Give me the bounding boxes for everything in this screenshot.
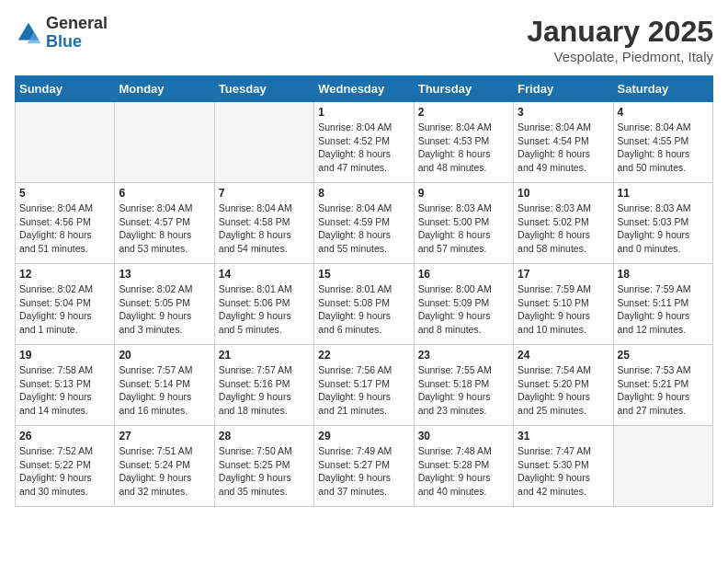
- day-info: Sunrise: 8:04 AM Sunset: 4:53 PM Dayligh…: [418, 121, 509, 175]
- day-number: 27: [119, 430, 210, 442]
- day-number: 24: [518, 349, 609, 362]
- day-number: 3: [518, 106, 609, 119]
- weekday-tuesday: Tuesday: [214, 76, 313, 102]
- calendar-cell: 5Sunrise: 8:04 AM Sunset: 4:56 PM Daylig…: [16, 183, 115, 264]
- calendar-cell: 11Sunrise: 8:03 AM Sunset: 5:03 PM Dayli…: [613, 183, 712, 264]
- day-info: Sunrise: 8:04 AM Sunset: 4:52 PM Dayligh…: [318, 121, 409, 175]
- day-info: Sunrise: 8:02 AM Sunset: 5:04 PM Dayligh…: [19, 282, 110, 337]
- calendar-cell: 21Sunrise: 7:57 AM Sunset: 5:16 PM Dayli…: [214, 345, 313, 426]
- day-info: Sunrise: 7:57 AM Sunset: 5:16 PM Dayligh…: [219, 363, 310, 418]
- calendar-cell: 16Sunrise: 8:00 AM Sunset: 5:09 PM Dayli…: [414, 264, 513, 345]
- calendar-cell: 12Sunrise: 8:02 AM Sunset: 5:04 PM Dayli…: [16, 264, 115, 345]
- day-number: 21: [219, 349, 310, 362]
- calendar-cell: 8Sunrise: 8:04 AM Sunset: 4:59 PM Daylig…: [314, 183, 414, 264]
- day-number: 19: [19, 349, 110, 362]
- day-info: Sunrise: 8:04 AM Sunset: 4:56 PM Dayligh…: [19, 201, 110, 256]
- day-number: 8: [318, 187, 409, 200]
- page-header: General Blue January 2025 Vespolate, Pie…: [15, 15, 713, 64]
- day-info: Sunrise: 8:00 AM Sunset: 5:09 PM Dayligh…: [418, 282, 509, 337]
- day-number: 22: [318, 349, 409, 362]
- day-info: Sunrise: 7:57 AM Sunset: 5:14 PM Dayligh…: [119, 363, 210, 418]
- weekday-monday: Monday: [115, 76, 214, 102]
- day-info: Sunrise: 7:47 AM Sunset: 5:30 PM Dayligh…: [518, 444, 609, 499]
- day-info: Sunrise: 8:04 AM Sunset: 4:58 PM Dayligh…: [219, 201, 310, 256]
- calendar-week-row: 26Sunrise: 7:52 AM Sunset: 5:22 PM Dayli…: [16, 426, 713, 507]
- day-info: Sunrise: 8:01 AM Sunset: 5:06 PM Dayligh…: [219, 282, 310, 337]
- day-info: Sunrise: 7:53 AM Sunset: 5:21 PM Dayligh…: [618, 363, 709, 418]
- day-info: Sunrise: 8:03 AM Sunset: 5:00 PM Dayligh…: [418, 201, 509, 256]
- day-number: 26: [19, 430, 110, 442]
- day-number: 20: [119, 349, 210, 362]
- day-info: Sunrise: 7:48 AM Sunset: 5:28 PM Dayligh…: [418, 444, 509, 499]
- calendar-cell: [16, 102, 115, 183]
- weekday-header-row: SundayMondayTuesdayWednesdayThursdayFrid…: [16, 76, 713, 102]
- calendar-cell: 7Sunrise: 8:04 AM Sunset: 4:58 PM Daylig…: [214, 183, 313, 264]
- calendar-cell: 28Sunrise: 7:50 AM Sunset: 5:25 PM Dayli…: [214, 426, 313, 507]
- calendar-cell: 22Sunrise: 7:56 AM Sunset: 5:17 PM Dayli…: [314, 345, 414, 426]
- day-info: Sunrise: 8:03 AM Sunset: 5:03 PM Dayligh…: [618, 201, 709, 256]
- day-info: Sunrise: 8:04 AM Sunset: 4:54 PM Dayligh…: [518, 121, 609, 175]
- calendar-cell: [115, 102, 214, 183]
- day-info: Sunrise: 8:03 AM Sunset: 5:02 PM Dayligh…: [518, 201, 609, 256]
- calendar-cell: 6Sunrise: 8:04 AM Sunset: 4:57 PM Daylig…: [115, 183, 214, 264]
- day-number: 2: [418, 106, 509, 119]
- day-info: Sunrise: 7:49 AM Sunset: 5:27 PM Dayligh…: [318, 444, 409, 499]
- day-info: Sunrise: 8:04 AM Sunset: 4:55 PM Dayligh…: [618, 121, 709, 175]
- day-info: Sunrise: 7:50 AM Sunset: 5:25 PM Dayligh…: [219, 444, 310, 499]
- calendar-cell: 19Sunrise: 7:58 AM Sunset: 5:13 PM Dayli…: [16, 345, 115, 426]
- calendar-cell: [214, 102, 313, 183]
- day-number: 30: [418, 430, 509, 442]
- calendar-cell: 10Sunrise: 8:03 AM Sunset: 5:02 PM Dayli…: [514, 183, 613, 264]
- calendar-cell: 25Sunrise: 7:53 AM Sunset: 5:21 PM Dayli…: [613, 345, 712, 426]
- day-info: Sunrise: 7:56 AM Sunset: 5:17 PM Dayligh…: [318, 363, 409, 418]
- calendar-table: SundayMondayTuesdayWednesdayThursdayFrid…: [15, 75, 713, 507]
- calendar-cell: 27Sunrise: 7:51 AM Sunset: 5:24 PM Dayli…: [115, 426, 214, 507]
- day-number: 28: [219, 430, 310, 442]
- weekday-sunday: Sunday: [16, 76, 115, 102]
- day-number: 11: [618, 187, 709, 200]
- calendar-cell: 9Sunrise: 8:03 AM Sunset: 5:00 PM Daylig…: [414, 183, 513, 264]
- day-number: 31: [518, 430, 609, 442]
- day-info: Sunrise: 7:52 AM Sunset: 5:22 PM Dayligh…: [19, 444, 110, 499]
- day-number: 6: [119, 187, 210, 200]
- calendar-cell: 3Sunrise: 8:04 AM Sunset: 4:54 PM Daylig…: [514, 102, 613, 183]
- calendar-week-row: 1Sunrise: 8:04 AM Sunset: 4:52 PM Daylig…: [16, 102, 713, 183]
- weekday-saturday: Saturday: [613, 76, 712, 102]
- calendar-cell: [613, 426, 712, 507]
- day-info: Sunrise: 7:58 AM Sunset: 5:13 PM Dayligh…: [19, 363, 110, 418]
- day-info: Sunrise: 8:02 AM Sunset: 5:05 PM Dayligh…: [119, 282, 210, 337]
- logo-text: General Blue: [46, 15, 108, 52]
- day-info: Sunrise: 7:54 AM Sunset: 5:20 PM Dayligh…: [518, 363, 609, 418]
- day-number: 14: [219, 268, 310, 281]
- calendar-cell: 30Sunrise: 7:48 AM Sunset: 5:28 PM Dayli…: [414, 426, 513, 507]
- day-number: 17: [518, 268, 609, 281]
- calendar-cell: 15Sunrise: 8:01 AM Sunset: 5:08 PM Dayli…: [314, 264, 414, 345]
- weekday-wednesday: Wednesday: [314, 76, 414, 102]
- calendar-cell: 17Sunrise: 7:59 AM Sunset: 5:10 PM Dayli…: [514, 264, 613, 345]
- calendar-title: January 2025: [527, 15, 713, 49]
- day-number: 13: [119, 268, 210, 281]
- logo-general: General: [46, 15, 108, 33]
- calendar-subtitle: Vespolate, Piedmont, Italy: [527, 49, 713, 64]
- day-number: 9: [418, 187, 509, 200]
- day-number: 18: [618, 268, 709, 281]
- calendar-cell: 23Sunrise: 7:55 AM Sunset: 5:18 PM Dayli…: [414, 345, 513, 426]
- calendar-cell: 1Sunrise: 8:04 AM Sunset: 4:52 PM Daylig…: [314, 102, 414, 183]
- title-section: January 2025 Vespolate, Piedmont, Italy: [527, 15, 713, 64]
- calendar-cell: 29Sunrise: 7:49 AM Sunset: 5:27 PM Dayli…: [314, 426, 414, 507]
- day-number: 10: [518, 187, 609, 200]
- calendar-cell: 31Sunrise: 7:47 AM Sunset: 5:30 PM Dayli…: [514, 426, 613, 507]
- day-info: Sunrise: 7:59 AM Sunset: 5:10 PM Dayligh…: [518, 282, 609, 337]
- calendar-week-row: 5Sunrise: 8:04 AM Sunset: 4:56 PM Daylig…: [16, 183, 713, 264]
- calendar-cell: 13Sunrise: 8:02 AM Sunset: 5:05 PM Dayli…: [115, 264, 214, 345]
- calendar-cell: 2Sunrise: 8:04 AM Sunset: 4:53 PM Daylig…: [414, 102, 513, 183]
- day-number: 7: [219, 187, 310, 200]
- day-info: Sunrise: 7:51 AM Sunset: 5:24 PM Dayligh…: [119, 444, 210, 499]
- weekday-thursday: Thursday: [414, 76, 513, 102]
- day-number: 15: [318, 268, 409, 281]
- calendar-cell: 20Sunrise: 7:57 AM Sunset: 5:14 PM Dayli…: [115, 345, 214, 426]
- day-info: Sunrise: 8:01 AM Sunset: 5:08 PM Dayligh…: [318, 282, 409, 337]
- day-number: 1: [318, 106, 409, 119]
- calendar-week-row: 12Sunrise: 8:02 AM Sunset: 5:04 PM Dayli…: [16, 264, 713, 345]
- calendar-week-row: 19Sunrise: 7:58 AM Sunset: 5:13 PM Dayli…: [16, 345, 713, 426]
